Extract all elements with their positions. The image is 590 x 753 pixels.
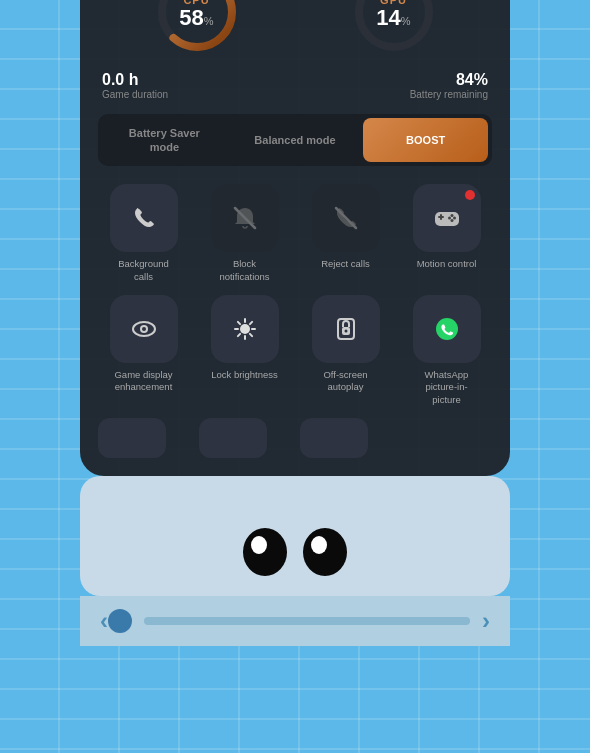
block-notifications-cell[interactable]: Block notifications bbox=[199, 184, 290, 283]
battery-label: Battery remaining bbox=[410, 89, 488, 100]
character-left-eye bbox=[243, 528, 287, 576]
lock-brightness-cell[interactable]: Lock brightness bbox=[199, 295, 290, 406]
motion-control-label: Motion control bbox=[417, 258, 477, 270]
offscreen-autoplay-icon-box bbox=[312, 295, 380, 363]
gpu-gauge-container: GPU 14 % bbox=[349, 0, 439, 57]
battery-value: 84% bbox=[456, 71, 488, 89]
gpu-value: 14 bbox=[376, 6, 400, 30]
lock-brightness-label: Lock brightness bbox=[211, 369, 278, 381]
game-display-label: Game display enhancement bbox=[114, 369, 172, 394]
block-notifications-label: Block notifications bbox=[210, 258, 280, 283]
nav-dot[interactable] bbox=[108, 609, 132, 633]
gpu-gauge: GPU 14 % bbox=[349, 0, 439, 57]
notification-dot bbox=[465, 190, 475, 200]
character-area bbox=[80, 476, 510, 596]
battery-stat: 84% Battery remaining bbox=[410, 71, 488, 100]
icon-grid-row2: Game display enhancement bbox=[98, 295, 492, 406]
svg-point-9 bbox=[450, 214, 453, 217]
offscreen-autoplay-label: Off-screen autoplay bbox=[311, 369, 381, 394]
background-calls-label: Background calls bbox=[109, 258, 179, 283]
character-eyes bbox=[243, 528, 347, 576]
svg-point-12 bbox=[450, 219, 453, 222]
game-duration-label: Game duration bbox=[102, 89, 168, 100]
reject-calls-label: Reject calls bbox=[321, 258, 370, 270]
stats-row: 0.0 h Game duration 84% Battery remainin… bbox=[98, 71, 492, 100]
nav-left-arrow[interactable]: ‹ bbox=[100, 607, 108, 635]
reject-calls-cell[interactable]: Reject calls bbox=[300, 184, 391, 283]
svg-point-16 bbox=[240, 324, 250, 334]
whatsapp-pip-label: WhatsApp picture-in-picture bbox=[412, 369, 482, 406]
boost-mode-button[interactable]: BOOST bbox=[363, 118, 488, 163]
brightness-icon bbox=[229, 313, 261, 345]
block-notifications-icon-box bbox=[211, 184, 279, 252]
gpu-unit: % bbox=[401, 15, 411, 27]
game-duration-value: 0.0 h bbox=[102, 71, 168, 89]
phone-icon bbox=[128, 202, 160, 234]
bottom-icon-3 bbox=[300, 418, 368, 458]
cpu-value: 58 bbox=[179, 6, 203, 30]
phone-slash-icon bbox=[330, 202, 362, 234]
cpu-gauge: CPU 58 % bbox=[152, 0, 242, 57]
gamepad-icon bbox=[431, 202, 463, 234]
offscreen-autoplay-cell[interactable]: Off-screen autoplay bbox=[300, 295, 391, 406]
whatsapp-pip-icon-box bbox=[413, 295, 481, 363]
bottom-icon-row bbox=[98, 418, 492, 458]
game-overlay-panel: CPU 58 % bbox=[80, 0, 510, 476]
eye-white-right bbox=[311, 536, 327, 554]
game-display-cell[interactable]: Game display enhancement bbox=[98, 295, 189, 406]
svg-point-15 bbox=[142, 327, 146, 331]
lock-brightness-icon-box bbox=[211, 295, 279, 363]
whatsapp-icon bbox=[431, 313, 463, 345]
character-right-eye bbox=[303, 528, 347, 576]
game-display-icon-box bbox=[110, 295, 178, 363]
svg-point-27 bbox=[344, 330, 347, 333]
svg-rect-8 bbox=[440, 214, 442, 220]
svg-line-23 bbox=[249, 322, 251, 324]
whatsapp-pip-cell[interactable]: WhatsApp picture-in-picture bbox=[401, 295, 492, 406]
icon-grid-row1: Background calls Block notifications bbox=[98, 184, 492, 283]
balanced-mode-button[interactable]: Balanced mode bbox=[233, 118, 358, 163]
background-calls-cell[interactable]: Background calls bbox=[98, 184, 189, 283]
bottom-icon-2 bbox=[199, 418, 267, 458]
nav-track bbox=[144, 617, 470, 625]
game-duration-stat: 0.0 h Game duration bbox=[102, 71, 168, 100]
mode-selector: Battery Saver mode Balanced mode BOOST bbox=[98, 114, 492, 167]
eye-icon bbox=[128, 313, 160, 345]
nav-bar: ‹ › bbox=[80, 596, 510, 646]
cpu-unit: % bbox=[204, 15, 214, 27]
svg-point-10 bbox=[453, 217, 456, 220]
nav-right-arrow[interactable]: › bbox=[482, 607, 490, 635]
bottom-spacer bbox=[401, 418, 469, 458]
svg-line-21 bbox=[237, 322, 239, 324]
reject-calls-icon-box bbox=[312, 184, 380, 252]
lock-screen-icon bbox=[330, 313, 362, 345]
eye-white-left bbox=[251, 536, 267, 554]
motion-control-icon-box bbox=[413, 184, 481, 252]
battery-saver-mode-button[interactable]: Battery Saver mode bbox=[102, 118, 227, 163]
bell-slash-icon bbox=[229, 202, 261, 234]
svg-line-24 bbox=[237, 334, 239, 336]
motion-control-cell[interactable]: Motion control bbox=[401, 184, 492, 283]
bottom-icon-1 bbox=[98, 418, 166, 458]
gauges-row: CPU 58 % bbox=[98, 0, 492, 57]
cpu-gauge-container: CPU 58 % bbox=[152, 0, 242, 57]
background-calls-icon-box bbox=[110, 184, 178, 252]
svg-point-11 bbox=[448, 217, 451, 220]
svg-point-28 bbox=[436, 318, 458, 340]
svg-line-22 bbox=[249, 334, 251, 336]
